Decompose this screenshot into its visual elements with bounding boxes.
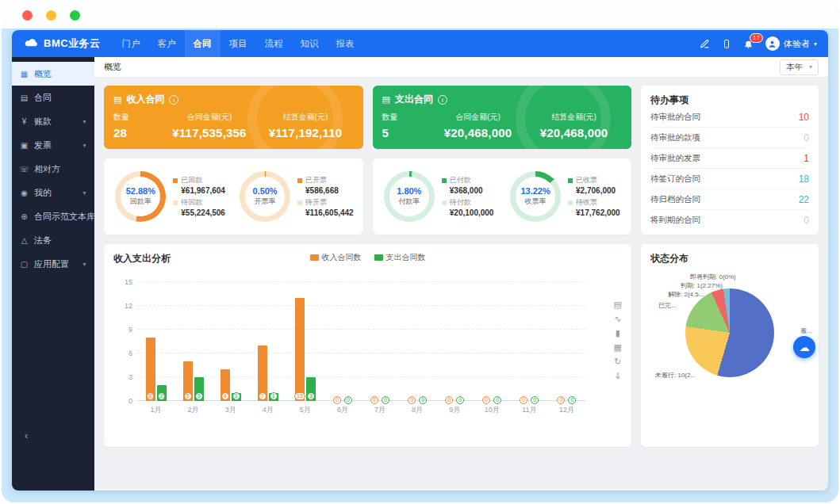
cloud-logo-icon (23, 36, 39, 51)
stat-value: ¥117,535,356 (162, 126, 258, 139)
stat-value: 5 (382, 126, 431, 139)
chevron-down-icon: ▼ (82, 190, 87, 196)
sidebar-item-我的[interactable]: ◉我的▼ (12, 181, 94, 204)
chevron-down-icon: ▼ (82, 119, 87, 124)
user-name: 体验者 (784, 38, 810, 50)
pie-label: 履... (800, 326, 812, 335)
chart-toolbox: ▤∿▮▦↻⇓ (614, 300, 622, 381)
bar-value-label: 0 (520, 396, 527, 404)
chat-button[interactable]: ☁ (793, 336, 815, 358)
avatar (765, 36, 780, 51)
x-axis-label: 7月 (361, 401, 398, 415)
sidebar-item-label: 相对方 (34, 163, 60, 175)
nav-item-客户[interactable]: 客户 (149, 30, 185, 57)
summary-stat: 结算金额(元)¥20,468,000 (526, 112, 622, 139)
bar-value-label: 5 (184, 392, 192, 400)
legend-item-收入合同数[interactable]: 收入合同数 (310, 252, 362, 263)
config-icon: ▢ (19, 260, 29, 269)
data-view-icon[interactable]: ▤ (614, 300, 622, 310)
bell-icon[interactable]: 17 (743, 39, 754, 49)
counterparty-icon: ☏ (19, 165, 29, 174)
gauge-percent: 0.50% (252, 186, 277, 196)
legend-value: ¥61,967,604 (181, 186, 225, 195)
nav-item-合同[interactable]: 合同 (185, 30, 221, 57)
zoom-button[interactable] (70, 10, 80, 21)
todo-item-待审批的发票[interactable]: 待审批的发票1 (650, 148, 809, 169)
todo-label: 待审批的合同 (650, 112, 700, 123)
document-icon: ▤ (113, 94, 121, 105)
bar-value-label: 7 (259, 392, 267, 400)
bar-chart-icon[interactable]: ▮ (614, 328, 622, 338)
restore-icon[interactable]: ↻ (614, 357, 622, 367)
y-axis-label: 0 (117, 397, 132, 405)
period-value: 本年 (786, 62, 803, 73)
close-button[interactable] (22, 10, 33, 21)
download-icon[interactable]: ⇓ (614, 371, 622, 381)
sidebar-item-相对方[interactable]: ☏相对方 (12, 157, 94, 181)
summary-stat: 数量28 (113, 112, 162, 139)
donut-chart: 13.22%收票率 (510, 171, 561, 222)
bar-value-label: 0 (344, 396, 352, 404)
sidebar-item-法务[interactable]: △法务 (12, 228, 94, 252)
stat-value: 28 (113, 126, 162, 139)
cloud-icon: ☁ (800, 342, 810, 353)
breadcrumb: 概览 (104, 61, 121, 73)
tiling-icon[interactable]: ▦ (614, 342, 622, 353)
x-axis-label: 8月 (399, 401, 436, 415)
bar-收入合同数: 5 (183, 361, 193, 401)
minimize-button[interactable] (46, 10, 56, 21)
period-select[interactable]: 本年 ▾ (780, 59, 819, 75)
info-icon[interactable]: i (169, 95, 178, 105)
sign-icon[interactable] (700, 39, 710, 49)
navbar-actions: 17 体验者 ▾ (700, 36, 817, 51)
sidebar-item-账款[interactable]: ¥账款▼ (12, 109, 94, 133)
user-menu[interactable]: 体验者 ▾ (765, 36, 817, 51)
todo-count: 0 (804, 215, 809, 226)
library-icon: ⊕ (19, 212, 29, 221)
todo-item-将到期的合同[interactable]: 将到期的合同0 (650, 210, 809, 231)
sidebar-collapse-button[interactable]: ‹ (12, 430, 94, 441)
bar-value-label: 0 (445, 396, 453, 404)
gauge-付款率: 1.80%付款率已付款¥368,000待付款¥20,100,000 (376, 171, 502, 222)
chart-legend: 收入合同数支出合同数 (104, 252, 631, 263)
sidebar-item-合同示范文本库[interactable]: ⊕合同示范文本库 (12, 204, 94, 228)
legend-value: ¥20,100,000 (450, 208, 494, 217)
pie-label: 即将到期: 0(0%) (690, 273, 736, 281)
todo-card: 待办事项 待审批的合同10待审批的款项0待审批的发票1待签订的合同18待归档的合… (641, 86, 819, 235)
info-icon[interactable]: i (438, 95, 447, 105)
bar-收入合同数: 4 (221, 369, 230, 401)
nav-item-知识[interactable]: 知识 (292, 30, 328, 57)
gauge-percent: 1.80% (397, 186, 421, 196)
nav-item-报表[interactable]: 报表 (328, 30, 363, 57)
sidebar-item-应用配置[interactable]: ▢应用配置▼ (12, 252, 94, 276)
pie-label: 未履行: 10(2... (655, 371, 696, 380)
sidebar-item-合同[interactable]: ▤合同 (12, 86, 94, 109)
bar-chart: 03691215821月532月413月714月1335月006月007月008… (137, 282, 585, 415)
sidebar-item-label: 合同 (34, 92, 52, 104)
bar-收入合同数: 7 (258, 346, 267, 401)
sidebar-item-发票[interactable]: ▣发票▼ (12, 133, 94, 157)
document-icon: ▤ (382, 94, 390, 105)
legend-value: ¥2,706,000 (576, 186, 620, 195)
todo-item-待签订的合同[interactable]: 待签订的合同18 (650, 169, 809, 189)
stat-value: ¥20,468,000 (430, 126, 526, 139)
sidebar-item-概览[interactable]: ▦概览 (12, 62, 94, 86)
mobile-icon[interactable] (722, 39, 731, 49)
bar-value-label: 0 (333, 396, 341, 404)
bar-value-label: 0 (531, 396, 539, 404)
overview-icon: ▦ (19, 70, 29, 78)
gauge-percent: 13.22% (520, 186, 550, 196)
legend-bullet-icon (297, 178, 302, 183)
todo-item-待审批的合同[interactable]: 待审批的合同10 (650, 107, 809, 128)
x-axis-label: 12月 (548, 401, 585, 415)
nav-item-流程[interactable]: 流程 (256, 30, 292, 57)
bar-value-label: 0 (370, 396, 378, 404)
legend-item-支出合同数[interactable]: 支出合同数 (374, 252, 426, 263)
line-chart-icon[interactable]: ∿ (614, 314, 622, 324)
nav-item-项目[interactable]: 项目 (221, 30, 256, 57)
stat-label: 结算金额(元) (526, 112, 622, 123)
summary-cards-row: ▤收入合同i数量28合同金额(元)¥117,535,356结算金额(元)¥117… (104, 86, 631, 149)
todo-item-待归档的合同[interactable]: 待归档的合同22 (650, 189, 809, 210)
nav-item-门户[interactable]: 门户 (113, 30, 149, 57)
todo-item-待审批的款项[interactable]: 待审批的款项0 (650, 128, 809, 148)
